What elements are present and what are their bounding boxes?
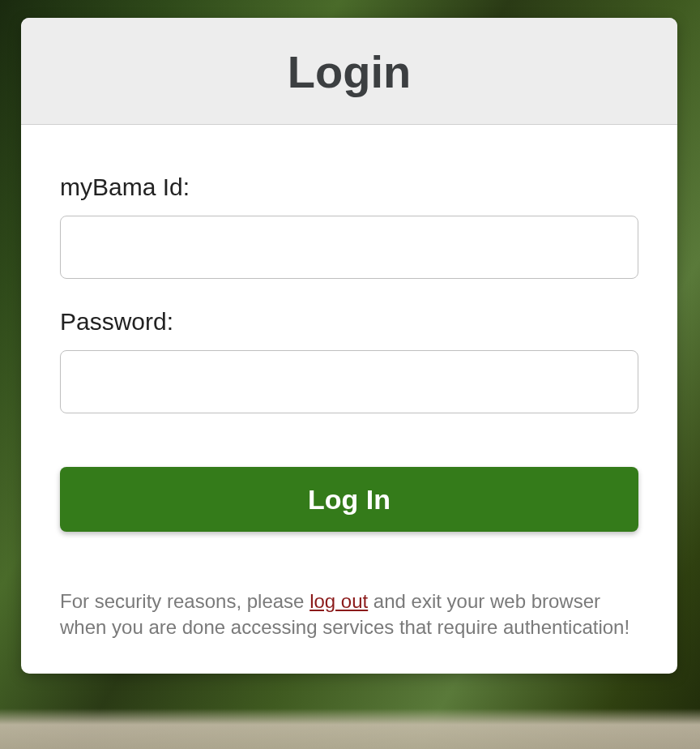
security-notice: For security reasons, please log out and… — [60, 588, 638, 641]
login-button[interactable]: Log In — [60, 467, 638, 532]
password-label: Password: — [60, 308, 638, 336]
username-group: myBama Id: — [60, 173, 638, 279]
username-label: myBama Id: — [60, 173, 638, 201]
card-body: myBama Id: Password: Log In For security… — [21, 125, 677, 674]
notice-prefix: For security reasons, please — [60, 590, 309, 612]
login-card: Login myBama Id: Password: Log In For se… — [21, 18, 677, 674]
password-input[interactable] — [60, 350, 638, 413]
username-input[interactable] — [60, 216, 638, 279]
card-header: Login — [21, 18, 677, 125]
background-building-strip — [0, 708, 700, 749]
password-group: Password: — [60, 308, 638, 413]
logout-link[interactable]: log out — [309, 590, 368, 612]
page-title: Login — [21, 45, 677, 98]
